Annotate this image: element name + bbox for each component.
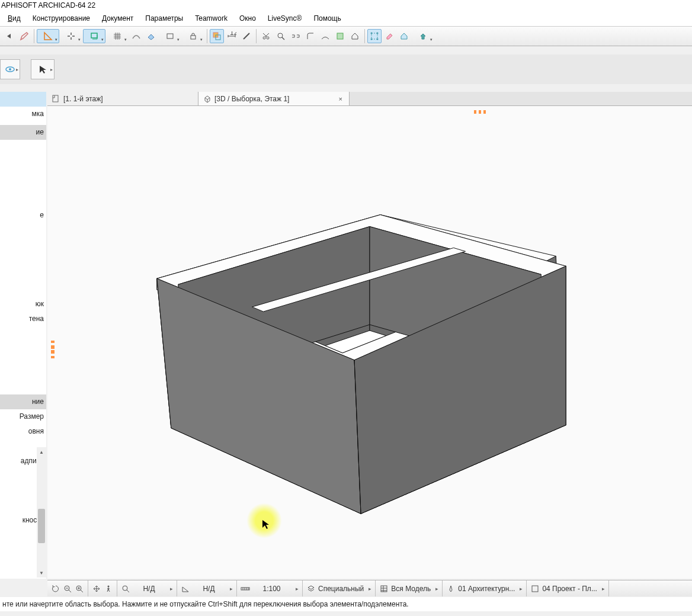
scale-value: 1:100	[252, 585, 291, 593]
project-combo[interactable]: 04 Проект - Пл... ▸	[527, 580, 609, 596]
house-icon[interactable]	[348, 29, 362, 43]
menu-view[interactable]: ВВидид	[3, 12, 25, 24]
sidebar-scrollbar[interactable]: ▲ ▼	[37, 447, 46, 578]
app-title: APHISOFT ARCHICAD-64 22	[1, 1, 95, 9]
angle-value: Н/Д	[193, 585, 225, 593]
sub-toolbar	[0, 54, 692, 84]
plane-icon[interactable]	[144, 29, 158, 43]
menu-window[interactable]: Окно	[235, 12, 261, 24]
svg-point-8	[278, 33, 283, 38]
sidebar-more-1[interactable]: тена	[0, 312, 46, 326]
trim-icon[interactable]	[318, 29, 332, 43]
penset-combo[interactable]: 01 Архитектурн... ▸	[443, 580, 527, 596]
svg-point-6	[263, 37, 265, 39]
scale[interactable]: 1:100 ▸	[237, 580, 303, 596]
3d-viewport[interactable]	[47, 106, 692, 579]
tab-floor-1[interactable]: [1. 1-й этаж]	[47, 92, 198, 105]
hint-text: нте или начертите область выбора. Нажмит…	[2, 600, 409, 608]
zoom-percent[interactable]: Н/Д ▸	[117, 580, 177, 596]
3d-model	[47, 106, 692, 579]
svg-point-49	[123, 586, 127, 591]
svg-point-48	[108, 585, 110, 587]
sidebar-s2-1[interactable]: овня	[0, 424, 46, 439]
walk-icon[interactable]	[104, 584, 113, 593]
eye-icon[interactable]	[0, 59, 20, 79]
project-value: 04 Проект - Пл...	[542, 585, 597, 593]
angle-icon	[181, 584, 190, 593]
menu-options[interactable]: Параметры	[140, 12, 188, 24]
renovation-icon[interactable]	[397, 29, 411, 43]
svg-point-11	[371, 33, 373, 34]
status-bar: Н/Д ▸ Н/Д ▸ 1:100 ▸ Специальный ▸ Вся Мо…	[47, 580, 692, 596]
menu-help[interactable]: Помощь	[309, 12, 345, 24]
svg-point-13	[371, 38, 373, 40]
dimension-icon[interactable]: 12	[225, 29, 239, 43]
layers-value: Специальный	[318, 585, 364, 593]
svg-point-12	[377, 33, 379, 34]
sidebar-more-0[interactable]: юк	[0, 297, 46, 312]
model-combo[interactable]: Вся Модель ▸	[376, 580, 443, 596]
scale-icon	[241, 584, 250, 593]
layers-combo[interactable]: Специальный ▸	[303, 580, 376, 596]
sidebar-mid-1[interactable]	[0, 223, 46, 238]
svg-point-16	[9, 68, 11, 70]
arrow-pointer-icon[interactable]	[31, 59, 55, 79]
model-icon	[379, 584, 389, 593]
svg-rect-1	[167, 34, 173, 38]
magnifier-icon	[121, 584, 130, 593]
sidebar-item-0[interactable]	[0, 92, 46, 107]
sidebar-item-2[interactable]: ие	[0, 125, 46, 140]
refresh-icon[interactable]	[51, 584, 60, 593]
pan-icon[interactable]	[92, 584, 101, 593]
snap-icon[interactable]	[60, 29, 82, 43]
marker-icon	[51, 346, 55, 358]
cube-3d-icon	[203, 95, 212, 103]
floor-plan-icon	[52, 95, 60, 103]
hint-bar: нте или начертите область выбора. Нажмит…	[0, 597, 692, 611]
main-toolbar: 12	[0, 26, 692, 46]
sheet-icon	[530, 584, 540, 593]
sidebar-mid-0[interactable]: е	[0, 208, 46, 223]
zoom-out-icon[interactable]	[63, 584, 72, 593]
pencil-icon[interactable]	[17, 29, 31, 43]
layers-icon	[306, 584, 316, 593]
measure-icon[interactable]	[239, 29, 254, 43]
sidebar-item-1[interactable]: мка	[0, 107, 46, 121]
curve-icon[interactable]	[129, 29, 143, 43]
svg-text:12: 12	[230, 31, 236, 37]
tab-close-icon[interactable]: ×	[337, 95, 344, 102]
document-tabs: [1. 1-й этаж] [3D / Выборка, Этаж 1] ×	[47, 92, 692, 106]
break-icon[interactable]	[289, 29, 303, 43]
guidelines-icon[interactable]	[37, 29, 59, 43]
marker-icon	[474, 110, 488, 114]
svg-rect-52	[532, 586, 538, 592]
svg-rect-10	[371, 33, 377, 39]
layer-icon[interactable]	[83, 29, 105, 43]
menu-design[interactable]: Конструирование	[28, 12, 95, 24]
title-bar: APHISOFT ARCHICAD-64 22	[0, 0, 692, 11]
find-icon[interactable]	[274, 29, 288, 43]
lock-icon[interactable]	[182, 29, 204, 43]
selection-box-icon[interactable]	[367, 29, 382, 43]
cut-icon[interactable]	[259, 29, 273, 43]
grid-icon[interactable]	[106, 29, 129, 43]
publish-icon[interactable]	[412, 29, 434, 43]
tab-3d[interactable]: [3D / Выборка, Этаж 1] ×	[198, 92, 350, 105]
zoom-in-icon[interactable]	[75, 584, 84, 593]
sidebar-section2-header[interactable]: ние	[0, 394, 46, 409]
zoom-controls[interactable]	[47, 580, 88, 596]
zoom-value-1: Н/Д	[133, 585, 165, 593]
eraser-icon[interactable]	[382, 29, 396, 43]
fillet-icon[interactable]	[303, 29, 318, 43]
menu-document[interactable]: ДокументДокумент	[97, 12, 138, 24]
wall-icon[interactable]	[159, 29, 181, 43]
sidebar-s2-0[interactable]: Размер	[0, 409, 46, 424]
svg-point-14	[377, 38, 379, 40]
menu-teamwork[interactable]: Teamwork	[190, 12, 232, 24]
undo-icon[interactable]	[2, 29, 17, 43]
zone-icon[interactable]	[333, 29, 347, 43]
menu-livesync[interactable]: LiveSync®	[263, 12, 307, 24]
navigation-controls[interactable]	[88, 580, 117, 596]
trace-icon[interactable]	[210, 29, 224, 43]
angle[interactable]: Н/Д ▸	[177, 580, 237, 596]
